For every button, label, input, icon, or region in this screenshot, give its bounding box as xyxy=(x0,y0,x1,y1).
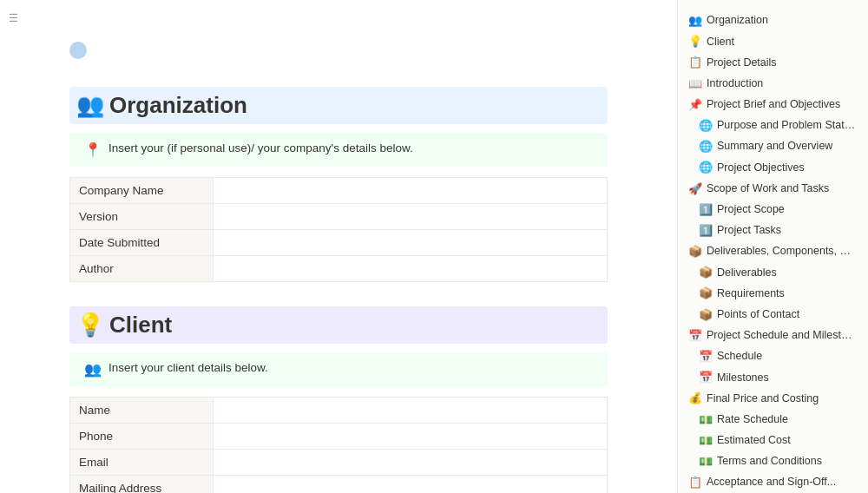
toc-item-20[interactable]: 💵Estimated Cost xyxy=(678,431,868,451)
table-row: Phone xyxy=(70,424,608,450)
table-client: NamePhoneEmailMailing Address xyxy=(69,397,608,493)
toc-item-icon-8: 🚀 xyxy=(688,181,702,197)
toc-item-icon-7: 🌐 xyxy=(699,160,713,175)
toc-item-2[interactable]: 📋Project Details xyxy=(678,52,868,73)
toc-item-17[interactable]: 📅Milestones xyxy=(678,367,868,388)
table-cell-label: Author xyxy=(70,256,214,282)
toc-item-icon-18: 💰 xyxy=(688,391,702,406)
toc-item-label-1: Client xyxy=(707,35,734,50)
toc-item-22[interactable]: 📋Acceptance and Sign-Off... xyxy=(678,472,868,493)
callout-client: 👥Insert your client details below. xyxy=(69,352,608,386)
toc-item-icon-3: 📖 xyxy=(688,76,702,92)
section-title-client: Client xyxy=(109,312,172,339)
toc-item-icon-5: 🌐 xyxy=(699,118,713,134)
toc-item-label-8: Scope of Work and Tasks xyxy=(707,181,829,197)
toc-item-label-20: Estimated Cost xyxy=(717,433,791,449)
toc-item-15[interactable]: 📅Project Schedule and Milestones xyxy=(678,325,868,346)
callout-text-organization: Insert your (if personal use)/ your comp… xyxy=(108,141,413,154)
toc-item-19[interactable]: 💵Rate Schedule xyxy=(678,410,868,431)
table-row: Company Name xyxy=(70,178,608,204)
toc-item-label-21: Terms and Conditions xyxy=(717,454,822,470)
toc-item-label-5: Purpose and Problem Statem... xyxy=(717,118,858,134)
toc-item-icon-13: 📦 xyxy=(699,286,713,301)
toc-item-18[interactable]: 💰Final Price and Costing xyxy=(678,388,868,409)
table-cell-value[interactable] xyxy=(214,230,608,256)
toc-container: 👥Organization💡Client📋Project Details📖Int… xyxy=(678,10,868,493)
toc-item-label-14: Points of Contact xyxy=(717,307,799,323)
toc-item-icon-1: 💡 xyxy=(688,34,702,49)
callout-icon-client: 👥 xyxy=(84,361,102,378)
toc-item-5[interactable]: 🌐Purpose and Problem Statem... xyxy=(678,115,868,136)
toc-item-icon-22: 📋 xyxy=(688,475,702,490)
table-row: Mailing Address xyxy=(70,476,608,494)
table-row: Version xyxy=(70,204,608,230)
toc-item-10[interactable]: 1️⃣Project Tasks xyxy=(678,220,868,241)
avatar xyxy=(69,42,87,59)
toc-item-label-17: Milestones xyxy=(717,371,769,386)
toc-item-0[interactable]: 👥Organization xyxy=(678,10,868,31)
toc-item-label-15: Project Schedule and Milestones xyxy=(707,328,858,344)
main-content: ⋮⋮👥Organization📍Insert your (if personal… xyxy=(0,0,677,493)
toc-item-icon-11: 📦 xyxy=(688,244,702,260)
toc-item-label-2: Project Details xyxy=(707,56,777,71)
toc-item-icon-14: 📦 xyxy=(699,307,713,323)
toc-item-3[interactable]: 📖Introduction xyxy=(678,74,868,95)
table-cell-label: Email xyxy=(70,450,214,476)
toc-item-icon-6: 🌐 xyxy=(699,139,713,154)
table-cell-label: Date Submitted xyxy=(70,230,214,256)
section-title-organization: Organization xyxy=(109,92,247,119)
toc-item-12[interactable]: 📦Deliverables xyxy=(678,262,868,283)
sections-container: ⋮⋮👥Organization📍Insert your (if personal… xyxy=(69,87,608,493)
table-cell-value[interactable] xyxy=(214,424,608,450)
toc-item-label-11: Deliverables, Components, & R... xyxy=(707,244,858,260)
callout-icon-organization: 📍 xyxy=(84,141,102,158)
toc-item-label-4: Project Brief and Objectives xyxy=(707,97,840,113)
toc-item-21[interactable]: 💵Terms and Conditions xyxy=(678,451,868,472)
toc-item-label-13: Requirements xyxy=(717,286,785,302)
toc-item-icon-9: 1️⃣ xyxy=(699,202,713,218)
toc-item-7[interactable]: 🌐Project Objectives xyxy=(678,157,868,178)
table-cell-value[interactable] xyxy=(214,450,608,476)
table-cell-label: Mailing Address xyxy=(70,476,214,494)
table-cell-value[interactable] xyxy=(214,256,608,282)
toc-item-label-9: Project Scope xyxy=(717,202,785,218)
toc-item-9[interactable]: 1️⃣Project Scope xyxy=(678,200,868,220)
table-cell-value[interactable] xyxy=(214,204,608,230)
toc-item-label-18: Final Price and Costing xyxy=(707,391,819,407)
toc-item-icon-12: 📦 xyxy=(699,265,713,280)
toc-item-label-7: Project Objectives xyxy=(717,161,805,176)
toc-item-13[interactable]: 📦Requirements xyxy=(678,283,868,304)
table-row: Name xyxy=(70,398,608,424)
toc-item-icon-20: 💵 xyxy=(699,433,713,449)
toc-item-label-10: Project Tasks xyxy=(717,223,781,239)
toc-item-icon-2: 📋 xyxy=(688,55,702,70)
toc-item-label-22: Acceptance and Sign-Off... xyxy=(707,475,836,490)
right-sidebar: 👥Organization💡Client📋Project Details📖Int… xyxy=(677,0,868,493)
table-cell-value[interactable] xyxy=(214,398,608,424)
table-row: Author xyxy=(70,256,608,282)
toc-item-icon-21: 💵 xyxy=(699,454,713,470)
section-heading-organization: ⋮⋮👥Organization xyxy=(69,87,608,124)
toc-item-label-0: Organization xyxy=(707,13,768,29)
toc-item-11[interactable]: 📦Deliverables, Components, & R... xyxy=(678,241,868,262)
toc-item-1[interactable]: 💡Client xyxy=(678,31,868,52)
sidebar-toggle[interactable]: ☰ xyxy=(9,12,22,24)
table-cell-label: Name xyxy=(70,398,214,424)
table-cell-label: Company Name xyxy=(70,178,214,204)
table-organization: Company NameVersionDate SubmittedAuthor xyxy=(69,177,608,282)
toc-item-icon-4: 📌 xyxy=(688,97,702,113)
toc-item-4[interactable]: 📌Project Brief and Objectives xyxy=(678,95,868,115)
toc-item-icon-16: 📅 xyxy=(699,349,713,365)
section-heading-client: ⋮⋮💡Client xyxy=(69,306,608,344)
toc-item-14[interactable]: 📦Points of Contact xyxy=(678,305,868,325)
table-cell-value[interactable] xyxy=(214,178,608,204)
section-icon-organization: 👥 xyxy=(76,92,104,119)
toc-item-label-3: Introduction xyxy=(707,76,763,92)
toc-item-6[interactable]: 🌐Summary and Overview xyxy=(678,136,868,157)
table-cell-value[interactable] xyxy=(214,476,608,494)
sidebar-toggle-icon: ☰ xyxy=(9,12,18,24)
toc-item-16[interactable]: 📅Schedule xyxy=(678,346,868,367)
toc-item-8[interactable]: 🚀Scope of Work and Tasks xyxy=(678,179,868,200)
toc-item-icon-15: 📅 xyxy=(688,328,702,344)
toc-item-icon-0: 👥 xyxy=(688,13,702,29)
